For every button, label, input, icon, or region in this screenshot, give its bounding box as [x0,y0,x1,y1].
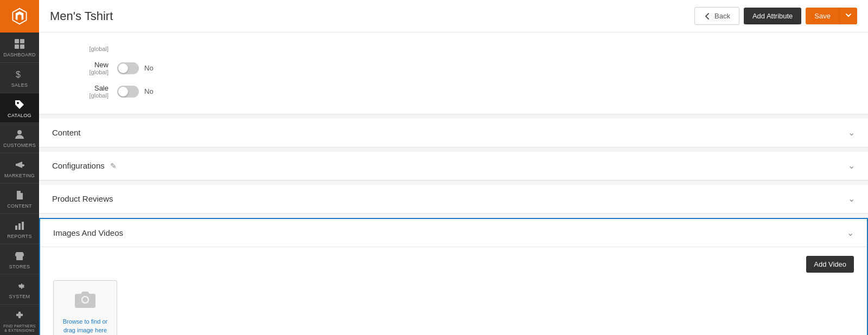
sidebar-item-label: MARKETING [4,173,35,179]
section-product-reviews: Product Reviews ⌄ [39,185,868,214]
field-label-new: New [52,61,108,69]
svg-rect-1 [20,39,24,43]
field-row-sale: Sale [global] No [52,80,855,103]
images-content: Add Video Browse to find ordrag image he… [40,247,867,335]
sidebar-item-sales[interactable]: $ SALES [0,63,39,93]
add-video-row: Add Video [53,256,854,273]
chevron-icon-configurations: ⌄ [848,160,855,171]
sidebar-logo [0,0,39,33]
edit-icon-configurations[interactable]: ✎ [110,162,117,170]
save-button[interactable]: Save [806,8,839,24]
upload-text: Browse to find ordrag image here [63,318,108,334]
chevron-down-icon [845,12,852,18]
chevron-icon-product-reviews: ⌄ [848,194,855,204]
sidebar-item-stores[interactable]: STORES [0,244,39,275]
sidebar-item-label: SALES [11,82,28,88]
sidebar-item-label: STORES [9,264,30,270]
sidebar-item-content[interactable]: CONTENT [0,184,39,214]
sidebar-item-label: CATALOG [8,113,31,119]
field-value-new: No [144,64,154,72]
svg-point-5 [17,130,22,134]
section-header-configurations[interactable]: Configurations ✎ ⌄ [39,152,868,180]
svg-text:$: $ [16,70,21,79]
field-scope-new: [global] [52,69,108,75]
field-scope-sale: [global] [52,92,108,99]
camera-icon [74,290,96,313]
field-value-sale: No [144,87,154,95]
save-dropdown-button[interactable] [839,8,857,24]
content-area: [global] New [global] No Sale [global] [39,33,868,335]
section-header-product-reviews[interactable]: Product Reviews ⌄ [39,185,868,213]
sidebar: DASHBOARD $ SALES CATALOG CUSTOMERS MARK… [0,0,39,335]
chevron-icon-content: ⌄ [848,127,855,138]
sidebar-item-reports[interactable]: REPORTS [0,214,39,244]
sidebar-item-marketing[interactable]: MARKETING [0,153,39,184]
svg-point-12 [82,297,88,302]
sidebar-item-label: FIND PARTNERS & EXTENSIONS [2,324,37,332]
megaphone-icon [14,159,25,171]
toggle-knob-new [118,63,128,73]
shop-icon [14,250,25,262]
sidebar-item-label: DASHBOARD [3,52,36,58]
main-content: Men's Tshirt Back Add Attribute Save [gl… [39,0,868,335]
field-row-scope: [global] [52,41,855,56]
topbar: Men's Tshirt Back Add Attribute Save [39,0,868,33]
section-header-content[interactable]: Content ⌄ [39,119,868,147]
sidebar-item-label: SYSTEM [9,294,30,300]
bar-chart-icon [14,220,25,231]
puzzle-icon [14,310,25,322]
sidebar-item-label: REPORTS [7,234,31,240]
sidebar-item-dashboard[interactable]: DASHBOARD [0,33,39,63]
chevron-icon-images-videos: ⌄ [847,228,854,238]
fields-section: [global] New [global] No Sale [global] [39,33,868,114]
section-title-content: Content [52,128,81,137]
toggle-knob-sale [118,87,128,96]
add-video-button[interactable]: Add Video [806,256,854,273]
back-button[interactable]: Back [694,7,739,25]
grid-icon [14,38,25,50]
sidebar-item-label: CUSTOMERS [3,143,36,149]
section-images-videos: Images And Videos ⌄ Add Video [39,218,868,335]
page-title: Men's Tshirt [50,9,694,23]
image-upload-box[interactable]: Browse to find ordrag image here [53,280,117,335]
section-title-configurations: Configurations [52,161,105,170]
person-icon [14,128,25,140]
svg-rect-9 [18,223,21,230]
sidebar-item-label: CONTENT [7,203,32,209]
section-title-images-videos: Images And Videos [53,228,123,237]
toggle-new[interactable] [117,62,139,74]
svg-rect-2 [15,44,19,49]
section-title-product-reviews: Product Reviews [52,194,113,203]
tag-icon [14,99,25,111]
svg-rect-3 [20,44,24,49]
save-button-group: Save [806,8,857,24]
field-label-sale: Sale [52,84,108,92]
gear-icon [14,280,25,292]
toggle-sale[interactable] [117,86,139,98]
section-configurations: Configurations ✎ ⌄ [39,152,868,181]
add-attribute-button[interactable]: Add Attribute [744,8,801,24]
svg-rect-0 [15,39,19,43]
section-header-images-videos[interactable]: Images And Videos ⌄ [40,219,867,247]
top-scope-label: [global] [52,46,108,52]
topbar-actions: Back Add Attribute Save [694,7,857,25]
file-icon [14,189,25,201]
field-row-new: New [global] No [52,56,855,80]
svg-rect-8 [15,226,17,230]
sidebar-item-catalog[interactable]: CATALOG [0,93,39,124]
section-content: Content ⌄ [39,119,868,147]
svg-rect-10 [22,222,24,230]
sidebar-item-customers[interactable]: CUSTOMERS [0,123,39,153]
magento-logo-icon [10,7,29,26]
sidebar-item-system[interactable]: SYSTEM [0,274,39,305]
sidebar-item-find-partners[interactable]: FIND PARTNERS & EXTENSIONS [0,305,39,335]
dollar-icon: $ [14,68,25,80]
back-arrow-icon [704,12,711,20]
